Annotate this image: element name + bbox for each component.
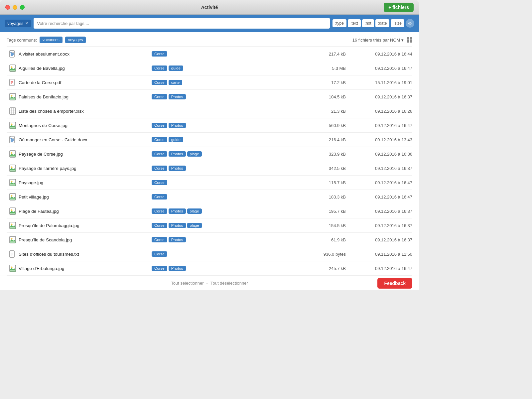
file-tags: CorsePhotosplage bbox=[152, 223, 303, 228]
svg-point-7 bbox=[11, 66, 13, 68]
file-tag[interactable]: Corse bbox=[152, 137, 167, 142]
filter-size-button[interactable]: :size bbox=[391, 19, 404, 27]
svg-rect-41 bbox=[10, 199, 16, 200]
file-tag[interactable]: Corse bbox=[152, 223, 167, 228]
file-size: 560.9 kB bbox=[303, 123, 346, 128]
file-size: 323.9 kB bbox=[303, 152, 346, 157]
active-search-tag[interactable]: voyages ✕ bbox=[5, 20, 31, 27]
file-tags: CorsePhotos bbox=[152, 94, 303, 99]
title-bar: Activité + fichiers bbox=[0, 0, 419, 15]
table-row[interactable]: Village d'Erbalunga.jpgCorsePhotos245.7 … bbox=[7, 261, 412, 276]
table-row[interactable]: Paysage de l'arrière pays.jpgCorsePhotos… bbox=[7, 161, 412, 176]
feedback-button[interactable]: Feedback bbox=[377, 278, 412, 289]
svg-rect-57 bbox=[10, 270, 16, 272]
file-size: 936.0 bytes bbox=[303, 252, 346, 257]
file-type-icon bbox=[7, 236, 19, 243]
common-tag-vacances[interactable]: vacances bbox=[40, 37, 63, 43]
file-name: Où manger en Corse - Guide.docx bbox=[19, 137, 152, 142]
sort-info[interactable]: 16 fichiers triés par NOM ▾ bbox=[352, 37, 412, 43]
table-row[interactable]: Paysage de Corse.jpgCorsePhotosplage323.… bbox=[7, 147, 412, 161]
file-type-icon bbox=[7, 250, 19, 258]
clear-search-button[interactable]: ⊗ bbox=[406, 19, 414, 28]
select-all-button[interactable]: Tout sélectionner bbox=[171, 281, 203, 286]
file-tag[interactable]: Photos bbox=[169, 266, 186, 271]
table-row[interactable]: WA visiter absulument.docxCorse217.4 kB0… bbox=[7, 47, 412, 61]
file-tag[interactable]: Photos bbox=[169, 223, 186, 228]
tags-communs-label: Tags communs: bbox=[7, 38, 37, 43]
file-name: Presqu'île de Palombaggia.jpg bbox=[19, 223, 152, 228]
table-row[interactable]: Paysage.jpgCorse115.7 kB09.12.2016 à 16:… bbox=[7, 176, 412, 190]
file-tag[interactable]: Corse bbox=[152, 166, 167, 171]
table-row[interactable]: Carte de la Corse.pdfCorsecarte17.2 kB15… bbox=[7, 75, 412, 90]
file-name: Paysage de Corse.jpg bbox=[19, 152, 152, 157]
table-row[interactable]: Montagnes de Corse.jpgCorsePhotos560.9 k… bbox=[7, 118, 412, 133]
file-tag[interactable]: Photos bbox=[169, 166, 186, 171]
file-tag[interactable]: Corse bbox=[152, 66, 167, 71]
table-row[interactable]: Aiguilles de Bavella.jpgCorseguide5.3 MB… bbox=[7, 61, 412, 75]
file-tag[interactable]: Corse bbox=[152, 51, 167, 57]
file-type-icon bbox=[7, 122, 19, 129]
file-tag[interactable]: plage bbox=[187, 208, 202, 214]
file-list: WA visiter absulument.docxCorse217.4 kB0… bbox=[7, 47, 412, 276]
file-tag[interactable]: Corse bbox=[152, 94, 167, 99]
filter-date-button[interactable]: :date bbox=[375, 19, 390, 27]
file-tag[interactable]: plage bbox=[187, 151, 202, 157]
svg-point-40 bbox=[11, 195, 13, 197]
filter-type-button[interactable]: :type bbox=[332, 19, 346, 27]
deselect-all-button[interactable]: Tout désélectionner bbox=[210, 281, 248, 286]
svg-rect-47 bbox=[10, 227, 16, 229]
table-row[interactable]: Falaises de Bonifacio.jpgCorsePhotos104.… bbox=[7, 90, 412, 104]
file-tag[interactable]: Corse bbox=[152, 251, 167, 257]
table-row[interactable]: Plage de Fautea.jpgCorsePhotosplage195.7… bbox=[7, 204, 412, 218]
file-name: Petit village.jpg bbox=[19, 195, 152, 200]
file-tag[interactable]: Photos bbox=[169, 151, 186, 157]
file-tag[interactable]: Corse bbox=[152, 237, 167, 242]
file-tag[interactable]: Corse bbox=[152, 194, 167, 200]
file-name: Falaises de Bonifacio.jpg bbox=[19, 94, 152, 99]
file-tag[interactable]: plage bbox=[187, 223, 202, 228]
file-tag[interactable]: Corse bbox=[152, 180, 167, 185]
file-tag[interactable]: Photos bbox=[169, 237, 186, 242]
file-tag[interactable]: Corse bbox=[152, 80, 167, 85]
file-tag[interactable]: Corse bbox=[152, 151, 167, 157]
file-tag[interactable]: Photos bbox=[169, 123, 186, 128]
grid-view-icon[interactable] bbox=[407, 37, 412, 43]
file-tags: Corsecarte bbox=[152, 80, 303, 85]
file-tags: CorsePhotos bbox=[152, 166, 303, 171]
minimize-button[interactable] bbox=[13, 5, 17, 10]
search-input[interactable] bbox=[34, 18, 330, 29]
file-type-icon bbox=[7, 207, 19, 215]
maximize-button[interactable] bbox=[20, 5, 25, 10]
search-bar: voyages ✕ :type :text :not :date :size ⊗ bbox=[0, 15, 419, 32]
filter-not-button[interactable]: :not bbox=[362, 19, 374, 27]
file-tag[interactable]: guide bbox=[169, 66, 183, 71]
file-tag[interactable]: Corse bbox=[152, 123, 167, 128]
file-tag[interactable]: Corse bbox=[152, 208, 167, 214]
footer-links: Tout sélectionner - Tout désélectionner bbox=[171, 281, 248, 286]
file-date: 09.11.2016 à 11:50 bbox=[346, 252, 412, 257]
file-tag[interactable]: Photos bbox=[169, 94, 186, 99]
file-tags: CorsePhotos bbox=[152, 123, 303, 128]
table-row[interactable]: Presqu'île de Palombaggia.jpgCorsePhotos… bbox=[7, 218, 412, 233]
close-button[interactable] bbox=[5, 5, 10, 10]
remove-tag-button[interactable]: ✕ bbox=[25, 21, 28, 26]
table-row[interactable]: Sites d'offices du tourismes.txtCorse936… bbox=[7, 247, 412, 261]
filter-text-button[interactable]: :text bbox=[348, 19, 361, 27]
table-row[interactable]: WOù manger en Corse - Guide.docxCorsegui… bbox=[7, 133, 412, 147]
table-row[interactable]: Liste des choses à emporter.xlsx21.3 kB0… bbox=[7, 104, 412, 118]
file-tags: Corseguide bbox=[152, 66, 303, 71]
file-size: 217.4 kB bbox=[303, 52, 346, 57]
file-tag[interactable]: guide bbox=[169, 137, 183, 142]
window-title: Activité bbox=[201, 5, 218, 10]
file-size: 21.3 kB bbox=[303, 109, 346, 114]
svg-point-31 bbox=[11, 152, 13, 154]
file-tag[interactable]: Corse bbox=[152, 266, 167, 271]
common-tag-voyages[interactable]: voyages bbox=[65, 37, 86, 43]
file-tag[interactable]: carte bbox=[169, 80, 183, 85]
table-row[interactable]: Presqu'île de Scandola.jpgCorsePhotos61.… bbox=[7, 233, 412, 247]
file-date: 09.12.2016 à 16:37 bbox=[346, 94, 412, 99]
add-files-button[interactable]: + fichiers bbox=[384, 3, 414, 12]
file-size: 342.5 kB bbox=[303, 166, 346, 171]
table-row[interactable]: Petit village.jpgCorse183.3 kB09.12.2016… bbox=[7, 190, 412, 204]
file-tag[interactable]: Photos bbox=[169, 208, 186, 214]
